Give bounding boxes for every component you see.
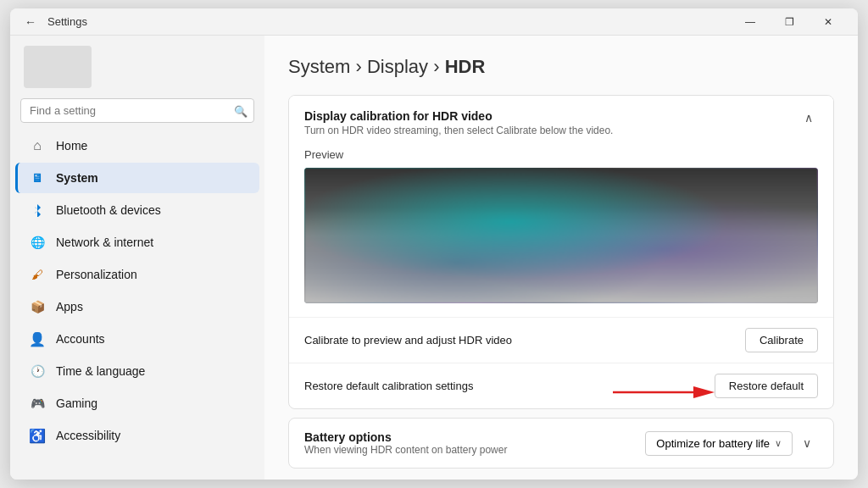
content-area: 🔍 ⌂ Home 🖥 System Bluetooth & devices <box>10 36 858 480</box>
sidebar-item-system[interactable]: 🖥 System <box>15 163 259 193</box>
main-content: System › Display › HDR Display calibrati… <box>264 36 858 480</box>
network-icon: 🌐 <box>29 234 46 251</box>
sidebar: 🔍 ⌂ Home 🖥 System Bluetooth & devices <box>10 36 264 480</box>
titlebar: ← Settings — ❐ ✕ <box>10 8 858 36</box>
calibrate-button[interactable]: Calibrate <box>745 328 818 352</box>
window-controls: — ❐ ✕ <box>731 8 848 36</box>
sidebar-item-gaming[interactable]: 🎮 Gaming <box>15 388 259 419</box>
back-button[interactable]: ← <box>20 12 41 32</box>
accessibility-icon: ♿ <box>29 427 46 444</box>
window-title: Settings <box>47 15 87 28</box>
sidebar-item-label: Personalization <box>56 268 137 281</box>
sidebar-item-label: Apps <box>56 300 83 313</box>
gaming-icon: 🎮 <box>29 395 46 412</box>
search-container: 🔍 <box>20 98 254 123</box>
calibration-card: Display calibration for HDR video Turn o… <box>288 95 834 409</box>
restore-default-button[interactable]: Restore default <box>715 374 818 398</box>
user-avatar <box>24 46 92 88</box>
preview-image-content <box>304 168 818 303</box>
sidebar-item-label: Accessibility <box>56 429 120 442</box>
battery-controls: Optimize for battery life ∨ ∨ <box>645 431 818 456</box>
sidebar-item-time[interactable]: 🕐 Time & language <box>15 356 259 386</box>
sidebar-item-label: Accounts <box>56 332 105 346</box>
sidebar-item-accounts[interactable]: 👤 Accounts <box>15 324 259 354</box>
calibration-card-text: Display calibration for HDR video Turn o… <box>304 109 613 136</box>
home-icon: ⌂ <box>29 137 46 154</box>
battery-dropdown[interactable]: Optimize for battery life ∨ <box>645 431 793 456</box>
chevron-down-icon: ∨ <box>775 438 782 449</box>
system-icon: 🖥 <box>29 169 46 186</box>
sidebar-item-network[interactable]: 🌐 Network & internet <box>15 227 259 258</box>
battery-title: Battery options <box>304 430 507 444</box>
calibration-card-collapse[interactable]: ∧ <box>799 109 818 126</box>
sidebar-item-home[interactable]: ⌂ Home <box>15 130 259 161</box>
sidebar-item-accessibility[interactable]: ♿ Accessibility <box>15 420 259 451</box>
sidebar-item-bluetooth[interactable]: Bluetooth & devices <box>15 195 259 225</box>
breadcrumb-system: System <box>288 56 350 77</box>
sidebar-item-label: Network & internet <box>56 236 153 249</box>
breadcrumb-sep1: › <box>350 56 367 77</box>
battery-card-expand[interactable]: ∨ <box>796 433 818 453</box>
bluetooth-icon <box>29 202 46 219</box>
minimize-button[interactable]: — <box>731 8 770 36</box>
preview-image <box>304 168 818 303</box>
sidebar-item-apps[interactable]: 📦 Apps <box>15 291 259 322</box>
personalization-icon: 🖌 <box>29 266 46 283</box>
sidebar-item-label: Home <box>56 139 87 152</box>
battery-info: Battery options When viewing HDR content… <box>304 430 507 456</box>
breadcrumb-sep2: › <box>428 56 445 77</box>
breadcrumb: System › Display › HDR <box>288 56 834 78</box>
sidebar-item-label: Gaming <box>56 396 97 410</box>
battery-card: Battery options When viewing HDR content… <box>288 418 834 469</box>
time-icon: 🕐 <box>29 363 46 380</box>
calibration-card-subtitle: Turn on HDR video streaming, then select… <box>304 125 613 136</box>
back-icon: ← <box>25 15 36 29</box>
calibration-card-title: Display calibration for HDR video <box>304 109 613 123</box>
battery-subtitle: When viewing HDR content on battery powe… <box>304 444 507 456</box>
preview-label: Preview <box>289 148 833 168</box>
apps-icon: 📦 <box>29 298 46 315</box>
arrow-container: Restore default <box>715 374 818 398</box>
sidebar-item-personalization[interactable]: 🖌 Personalization <box>15 259 259 290</box>
search-input[interactable] <box>20 98 254 123</box>
breadcrumb-display: Display <box>367 56 428 77</box>
maximize-button[interactable]: ❐ <box>770 8 809 36</box>
breadcrumb-hdr: HDR <box>445 56 486 77</box>
calibrate-row-label: Calibrate to preview and adjust HDR vide… <box>304 334 512 347</box>
sidebar-item-label: System <box>56 171 98 185</box>
close-button[interactable]: ✕ <box>809 8 848 36</box>
battery-dropdown-value: Optimize for battery life <box>656 437 770 450</box>
svg-marker-1 <box>693 386 715 398</box>
restore-row: Restore default calibration settings Res… <box>289 363 833 408</box>
sidebar-item-label: Time & language <box>56 364 145 378</box>
sidebar-item-label: Bluetooth & devices <box>56 203 161 217</box>
restore-row-label: Restore default calibration settings <box>304 380 473 392</box>
battery-row: Battery options When viewing HDR content… <box>289 419 833 468</box>
calibration-card-header: Display calibration for HDR video Turn o… <box>289 96 833 148</box>
settings-window: ← Settings — ❐ ✕ 🔍 ⌂ Home 🖥 System <box>10 8 858 480</box>
calibrate-row: Calibrate to preview and adjust HDR vide… <box>289 317 833 363</box>
accounts-icon: 👤 <box>29 330 46 347</box>
red-arrow-icon <box>613 374 715 399</box>
